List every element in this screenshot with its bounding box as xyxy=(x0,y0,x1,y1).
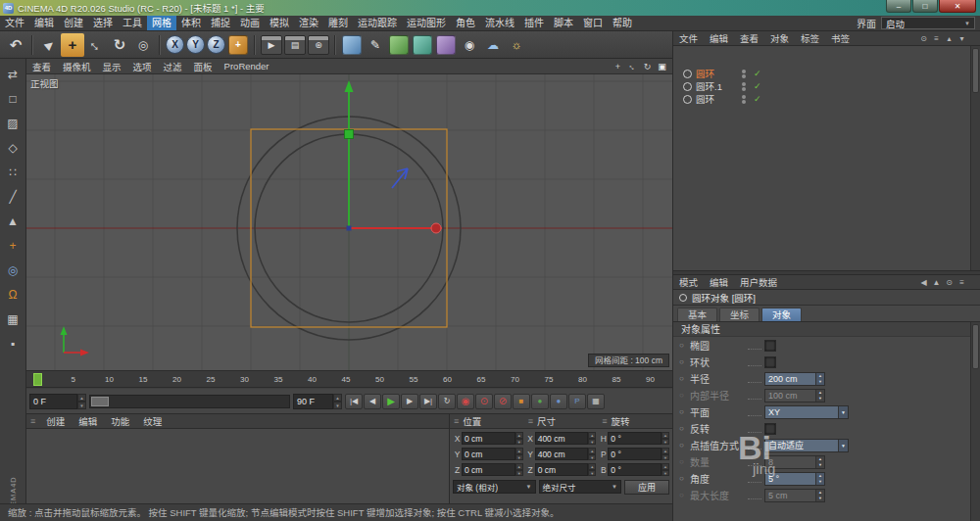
lock-y-axis[interactable]: Y xyxy=(186,35,205,54)
y-axis-gizmo[interactable] xyxy=(345,80,354,228)
polygons-mode-button[interactable]: ▲ xyxy=(0,209,25,233)
toggle-position-key[interactable]: ■ xyxy=(513,394,530,409)
stepper[interactable]: ▲▼ xyxy=(662,432,669,445)
visibility-dots-icon[interactable] xyxy=(741,94,747,105)
viewport-menu-item[interactable]: ProRender xyxy=(219,61,275,71)
undo-button[interactable]: ↶ xyxy=(4,33,27,57)
model-mode-button[interactable]: □ xyxy=(0,86,25,111)
stepper[interactable]: ▲▼ xyxy=(515,448,523,460)
object-row[interactable]: 圆环.1 ✓ xyxy=(673,80,980,92)
interpolation-select[interactable]: 自动适应▼ xyxy=(764,439,849,452)
lock-z-axis[interactable]: Z xyxy=(207,35,225,54)
y-axis-handle[interactable] xyxy=(345,130,354,139)
anim-dot-icon[interactable]: ○ xyxy=(679,474,690,483)
lock-x-axis[interactable]: X xyxy=(166,35,184,54)
menu-item[interactable]: 体积 xyxy=(176,16,206,30)
stepper-up-icon[interactable]: ▲ xyxy=(333,394,342,402)
position-header[interactable]: ≡位置 xyxy=(450,414,524,428)
x-axis-handle[interactable] xyxy=(431,223,441,233)
stepper[interactable]: ▲▼ xyxy=(77,394,86,409)
edges-mode-button[interactable]: ╱ xyxy=(0,184,25,209)
material-menu-item[interactable]: 编辑 xyxy=(72,414,104,428)
om-menu-item[interactable]: 标签 xyxy=(795,31,825,45)
timeline-ruler[interactable]: 051015202530354045505560657075808590 xyxy=(26,370,672,388)
history-icon[interactable]: ≡ xyxy=(956,278,968,287)
menu-item[interactable]: 角色 xyxy=(451,16,480,30)
field-value[interactable]: 0 cm xyxy=(462,432,515,445)
stepper[interactable]: ▲▼ xyxy=(515,463,523,476)
up-icon[interactable]: ▲ xyxy=(930,278,943,287)
stepper[interactable]: ▲▼ xyxy=(815,473,824,485)
field-value[interactable]: 0 ° xyxy=(608,432,662,445)
apply-button[interactable]: 应用 xyxy=(624,480,669,495)
end-frame-field[interactable]: 90 F ▲▼ xyxy=(293,394,342,409)
menu-item[interactable]: 工具 xyxy=(118,16,147,30)
stepper[interactable]: ▲▼ xyxy=(662,463,669,476)
om-menu-item[interactable]: 对象 xyxy=(764,31,795,45)
viewport-menu-item[interactable]: 面板 xyxy=(188,60,219,73)
stepper[interactable]: ▲▼ xyxy=(515,432,523,445)
camera-button[interactable]: ◉ xyxy=(458,33,481,57)
current-frame-value[interactable]: 0 F xyxy=(29,394,77,409)
menu-item[interactable]: 动画 xyxy=(235,16,265,30)
record-keyframe-button[interactable]: ◉ xyxy=(457,394,474,409)
anim-dot-icon[interactable]: ○ xyxy=(679,374,690,383)
size-y-field[interactable]: Y400 cm▲▼ xyxy=(526,447,597,461)
menu-item[interactable]: 流水线 xyxy=(480,16,519,30)
scrollbar-thumb[interactable] xyxy=(972,48,979,93)
menu-item[interactable]: 创建 xyxy=(59,16,88,30)
menu-item[interactable]: 运动跟踪 xyxy=(353,16,402,30)
viewport-menu-item[interactable]: 过滤 xyxy=(158,60,188,73)
field-value[interactable]: 400 cm xyxy=(535,448,589,460)
menu-item[interactable]: 运动图形 xyxy=(402,16,451,30)
current-frame-field[interactable]: 0 F ▲▼ xyxy=(29,394,86,409)
menu-item[interactable]: 选择 xyxy=(88,16,118,30)
filter-icon[interactable]: ≡ xyxy=(930,34,943,43)
menu-item[interactable]: 编辑 xyxy=(29,16,59,30)
close-button[interactable]: ✕ xyxy=(939,0,976,13)
view-label[interactable]: 正视图 xyxy=(30,76,59,90)
rotation-header[interactable]: ≡旋转 xyxy=(598,414,672,428)
live-selection-tool[interactable]: ▶ xyxy=(37,33,61,57)
menu-item[interactable]: 网格 xyxy=(147,16,176,30)
stepper[interactable]: ▲▼ xyxy=(588,448,596,460)
end-frame-value[interactable]: 90 F xyxy=(293,394,333,409)
om-menu-item[interactable]: 查看 xyxy=(734,31,764,45)
lock-icon[interactable]: ⊙ xyxy=(943,278,956,287)
angle-field[interactable]: 5 °▲▼ xyxy=(764,472,825,486)
om-menu-item[interactable]: 文件 xyxy=(673,31,704,45)
size-header[interactable]: ≡尺寸 xyxy=(524,414,599,428)
coordinate-mode-select[interactable]: 对象 (相对)▼ xyxy=(453,480,536,494)
material-menu-item[interactable]: 功能 xyxy=(104,414,136,428)
field-value[interactable]: 0 cm xyxy=(535,463,589,476)
object-row[interactable]: 圆环 ✓ xyxy=(673,93,980,105)
x-axis-gizmo[interactable] xyxy=(349,223,442,233)
field-value[interactable]: 0 ° xyxy=(608,463,662,476)
stepper[interactable]: ▲▼ xyxy=(815,373,824,385)
workplane-snap-button[interactable]: ▦ xyxy=(0,307,25,331)
visibility-dots-icon[interactable] xyxy=(741,81,747,92)
ring-checkbox[interactable] xyxy=(764,356,776,368)
toggle-parameter-key[interactable]: P xyxy=(568,394,586,409)
field-value[interactable]: 0 ° xyxy=(608,448,662,460)
coordinate-system-button[interactable]: + xyxy=(228,35,248,55)
menu-item[interactable]: 雕刻 xyxy=(323,16,353,30)
timeline-playhead[interactable] xyxy=(33,373,42,386)
viewport-menu-item[interactable]: 摄像机 xyxy=(57,60,97,73)
field-value[interactable]: 0 cm xyxy=(462,448,515,460)
stepper[interactable]: ▲▼ xyxy=(588,463,596,476)
search-icon[interactable]: ⊙ xyxy=(917,34,930,43)
scroll-up-icon[interactable]: ▴ xyxy=(943,34,956,43)
field-value[interactable]: 400 cm xyxy=(535,432,589,445)
play-button[interactable]: ▶ xyxy=(382,394,400,409)
menu-item[interactable]: 窗口 xyxy=(578,16,608,30)
anim-dot-icon[interactable]: ○ xyxy=(679,357,690,366)
anim-dot-icon[interactable]: ○ xyxy=(679,424,690,433)
object-name[interactable]: 圆环.1 xyxy=(696,79,741,93)
axis-lock-button[interactable]: ▪ xyxy=(0,331,25,355)
scale-tool[interactable]: ↔ xyxy=(84,33,108,57)
visibility-dots-icon[interactable] xyxy=(741,69,747,79)
toggle-rotation-key[interactable]: ● xyxy=(550,394,567,409)
enable-check-icon[interactable]: ✓ xyxy=(754,69,761,78)
deformer-button[interactable] xyxy=(436,35,456,55)
